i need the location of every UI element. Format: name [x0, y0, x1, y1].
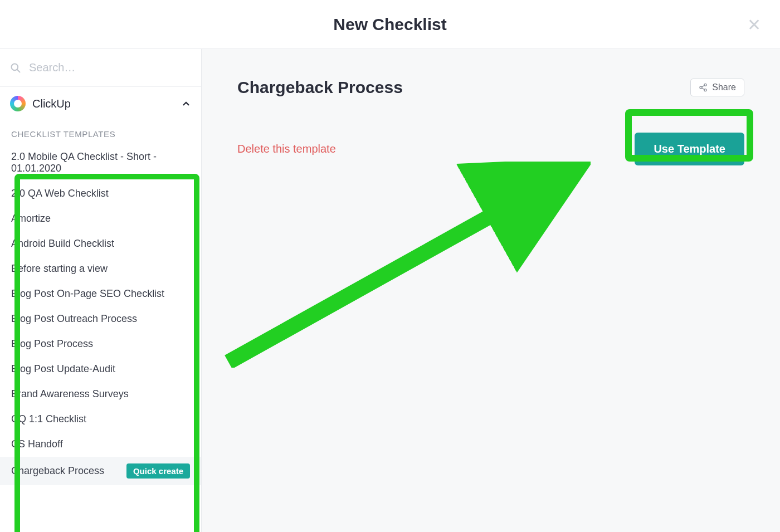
workspace-logo-icon: [10, 96, 26, 111]
template-item[interactable]: Chargeback ProcessQuick create: [0, 457, 201, 485]
svg-point-4: [704, 89, 706, 91]
template-item[interactable]: Amortize: [0, 206, 201, 231]
svg-point-2: [704, 84, 706, 86]
share-icon: [699, 83, 708, 92]
template-item-label: Before starting a view: [11, 263, 108, 275]
template-item[interactable]: 2.0 Mobile QA Checklist - Short - 01.01.…: [0, 144, 201, 181]
template-list: 2.0 Mobile QA Checklist - Short - 01.01.…: [0, 144, 201, 532]
modal-header: New Checklist ✕: [0, 0, 780, 49]
template-item-label: Amortize: [11, 213, 51, 224]
svg-line-8: [228, 173, 568, 362]
template-item-label: CQ 1:1 Checklist: [11, 413, 86, 425]
template-item[interactable]: Blog Post On-Page SEO Checklist: [0, 281, 201, 306]
template-item[interactable]: CS Handoff: [0, 432, 201, 457]
template-title: Chargeback Process: [237, 78, 403, 97]
close-icon[interactable]: ✕: [744, 17, 763, 33]
share-button[interactable]: Share: [690, 79, 744, 96]
template-item[interactable]: Blog Post Process: [0, 331, 201, 357]
template-item-label: CS Handoff: [11, 438, 63, 450]
template-item-label: Chargeback Process: [11, 465, 104, 477]
template-item[interactable]: CQ 1:1 Checklist: [0, 407, 201, 432]
search-icon: [10, 62, 21, 74]
template-item[interactable]: Blog Post Outreach Process: [0, 306, 201, 331]
template-item-label: Blog Post On-Page SEO Checklist: [11, 288, 164, 300]
search-input[interactable]: [29, 61, 191, 74]
template-item-label: Blog Post Update-Audit: [11, 363, 115, 375]
search-row: [0, 49, 201, 87]
template-item[interactable]: 2.0 QA Web Checklist: [0, 181, 201, 206]
template-item[interactable]: Blog Post Update-Audit: [0, 357, 201, 382]
quick-create-button[interactable]: Quick create: [126, 463, 190, 479]
title-row: Chargeback Process Share: [237, 78, 744, 97]
template-item-label: Blog Post Process: [11, 338, 93, 350]
modal-body: ClickUp CHECKLIST TEMPLATES 2.0 Mobile Q…: [0, 49, 780, 532]
share-label: Share: [712, 82, 736, 92]
action-row: Delete this template Use Template: [237, 133, 744, 165]
svg-line-5: [702, 85, 705, 87]
template-item-label: Brand Awareness Surveys: [11, 388, 129, 400]
template-item-label: 2.0 Mobile QA Checklist - Short - 01.01.…: [11, 151, 190, 174]
annotation-arrow-icon: [223, 162, 591, 368]
use-template-button[interactable]: Use Template: [635, 133, 744, 165]
templates-section-header: CHECKLIST TEMPLATES: [0, 118, 201, 144]
main-panel: Chargeback Process Share Delete this tem…: [202, 49, 780, 532]
template-item-label: 2.0 QA Web Checklist: [11, 188, 109, 199]
delete-template-link[interactable]: Delete this template: [237, 143, 336, 155]
workspace-name: ClickUp: [32, 97, 174, 110]
template-item-label: Blog Post Outreach Process: [11, 313, 137, 325]
template-item[interactable]: Before starting a view: [0, 256, 201, 281]
svg-line-1: [17, 69, 20, 72]
template-item-label: Android Build Checklist: [11, 238, 114, 250]
modal-title: New Checklist: [333, 15, 446, 34]
chevron-up-icon: [181, 99, 191, 109]
template-item[interactable]: Brand Awareness Surveys: [0, 382, 201, 407]
workspace-toggle[interactable]: ClickUp: [0, 87, 201, 118]
sidebar: ClickUp CHECKLIST TEMPLATES 2.0 Mobile Q…: [0, 49, 202, 532]
svg-line-6: [702, 88, 705, 90]
svg-point-3: [700, 86, 702, 89]
template-item[interactable]: Android Build Checklist: [0, 231, 201, 256]
